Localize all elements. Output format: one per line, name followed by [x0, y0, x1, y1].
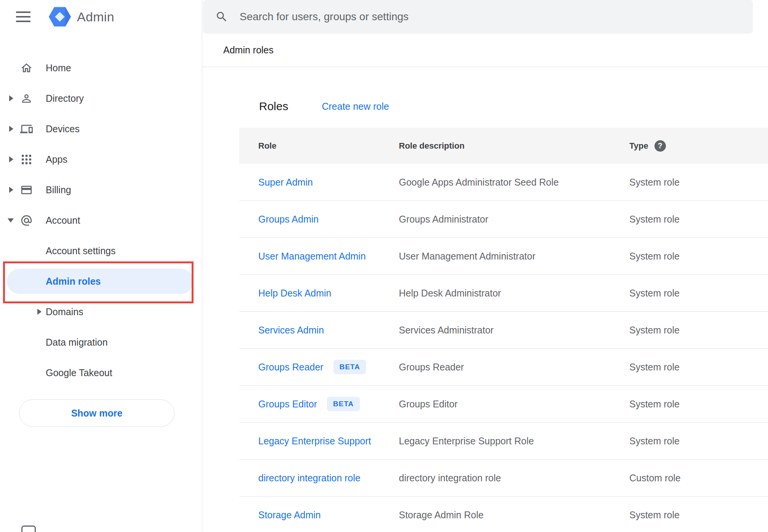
- sidebar-item-label: Home: [46, 62, 71, 74]
- table-row: Groups Reader BETA Groups Reader System …: [239, 349, 768, 386]
- sidebar-item-label: Billing: [46, 184, 71, 195]
- breadcrumb-row: Admin roles: [202, 34, 768, 67]
- role-type: System role: [629, 325, 768, 336]
- home-icon: [20, 61, 33, 74]
- role-link[interactable]: User Management Admin: [258, 251, 366, 262]
- sidebar: Admin Home Directory Devices: [0, 0, 202, 532]
- role-cell: Groups Reader BETA: [239, 360, 399, 374]
- chevron-down-icon[interactable]: [8, 218, 14, 223]
- chevron-right-icon[interactable]: [37, 309, 42, 315]
- sidebar-item-label: Account settings: [46, 245, 115, 256]
- table-row: User Management Admin User Management Ad…: [239, 238, 768, 275]
- cut-off-bottom-icon: [21, 526, 36, 532]
- sidebar-item-apps[interactable]: Apps: [0, 144, 202, 175]
- sidebar-item-label: Account: [46, 215, 80, 226]
- app-name: Admin: [77, 10, 114, 24]
- chevron-right-icon[interactable]: [9, 187, 13, 193]
- table-row: Groups Editor BETA Groups Editor System …: [239, 386, 768, 423]
- role-description: Legacy Enterprise Support Role: [399, 436, 629, 447]
- google-admin-console: { "brand": { "name": "Admin" }, "search"…: [0, 0, 768, 532]
- role-description: Groups Editor: [399, 399, 629, 410]
- sidebar-item-directory[interactable]: Directory: [0, 83, 202, 114]
- brand-row: Admin: [0, 0, 202, 34]
- role-type: System role: [629, 288, 768, 299]
- table-row: directory integration role directory int…: [239, 460, 768, 497]
- table-row: Groups Admin Groups Administrator System…: [239, 201, 768, 238]
- table-header-row: Role Role description Type ?: [239, 128, 768, 164]
- sidebar-item-label: Apps: [46, 154, 67, 165]
- role-link[interactable]: directory integration role: [258, 473, 360, 484]
- roles-card-header: Roles Create new role: [239, 85, 768, 128]
- role-link[interactable]: Help Desk Admin: [258, 288, 331, 299]
- role-description: Help Desk Administrator: [399, 288, 629, 299]
- role-cell: Super Admin: [239, 177, 399, 188]
- column-header-role: Role: [239, 141, 399, 151]
- table-row: Services Admin Services Administrator Sy…: [239, 312, 768, 349]
- role-link[interactable]: Storage Admin: [258, 510, 321, 521]
- create-new-role-link[interactable]: Create new role: [322, 101, 389, 112]
- sidebar-item-data-migration[interactable]: Data migration: [0, 327, 202, 357]
- role-cell: User Management Admin: [239, 251, 399, 262]
- role-description: Groups Reader: [399, 362, 629, 373]
- role-link[interactable]: Super Admin: [258, 177, 313, 188]
- search-input[interactable]: [239, 10, 741, 23]
- sidebar-item-account-settings[interactable]: Account settings: [0, 236, 202, 266]
- devices-icon: [20, 122, 33, 135]
- sidebar-item-devices[interactable]: Devices: [0, 114, 202, 144]
- role-description: Google Apps Administrator Seed Role: [399, 177, 629, 188]
- hamburger-menu-icon[interactable]: [16, 11, 30, 22]
- role-description: directory integration role: [399, 473, 629, 484]
- table-row: Help Desk Admin Help Desk Administrator …: [239, 275, 768, 312]
- sidebar-item-google-takeout[interactable]: Google Takeout: [0, 357, 202, 388]
- role-link[interactable]: Services Admin: [258, 325, 324, 336]
- role-cell: Legacy Enterprise Support: [239, 436, 399, 447]
- beta-badge: BETA: [333, 360, 366, 374]
- role-link[interactable]: Legacy Enterprise Support: [258, 436, 371, 447]
- google-admin-logo-icon: [49, 7, 71, 27]
- breadcrumb: Admin roles: [223, 45, 274, 56]
- role-link[interactable]: Groups Admin: [258, 214, 318, 225]
- sidebar-item-billing[interactable]: Billing: [0, 175, 202, 205]
- role-cell: Groups Editor BETA: [239, 397, 399, 411]
- role-link[interactable]: Groups Editor: [258, 399, 317, 410]
- card-title: Roles: [259, 100, 288, 113]
- roles-table-body: Super Admin Google Apps Administrator Se…: [239, 164, 768, 532]
- table-row: Storage Admin Storage Admin Role System …: [239, 497, 768, 532]
- sidebar-item-account[interactable]: Account: [0, 205, 202, 236]
- table-row: Super Admin Google Apps Administrator Se…: [239, 164, 768, 201]
- chevron-right-icon[interactable]: [9, 95, 13, 101]
- chevron-right-icon[interactable]: [9, 126, 13, 132]
- column-header-description: Role description: [399, 141, 629, 151]
- role-type: System role: [629, 214, 768, 225]
- role-description: Services Administrator: [399, 325, 629, 336]
- role-type: System role: [629, 436, 768, 447]
- sidebar-item-label: Devices: [46, 123, 80, 135]
- show-more-button[interactable]: Show more: [19, 399, 174, 427]
- sidebar-item-admin-roles[interactable]: Admin roles: [0, 266, 202, 296]
- column-header-type-label: Type: [629, 141, 648, 151]
- roles-card: Roles Create new role Role Role descript…: [239, 85, 768, 532]
- role-cell: Services Admin: [239, 325, 399, 336]
- role-description: Storage Admin Role: [399, 510, 629, 521]
- role-cell: Storage Admin: [239, 510, 399, 521]
- sidebar-item-home[interactable]: Home: [0, 53, 202, 83]
- table-row: Legacy Enterprise Support Legacy Enterpr…: [239, 423, 768, 460]
- search-bar[interactable]: [203, 0, 753, 34]
- beta-badge: BETA: [327, 397, 360, 411]
- chevron-right-icon[interactable]: [9, 156, 13, 162]
- role-type: System role: [629, 177, 768, 188]
- sidebar-item-label: Data migration: [46, 337, 108, 348]
- role-type: System role: [629, 362, 768, 373]
- credit-card-icon: [20, 183, 33, 196]
- sidebar-item-label: Admin roles: [46, 276, 101, 287]
- sidebar-item-label: Directory: [46, 93, 84, 104]
- role-type: System role: [629, 399, 768, 410]
- sidebar-item-label: Domains: [46, 306, 83, 317]
- role-description: Groups Administrator: [399, 214, 629, 225]
- sidebar-item-domains[interactable]: Domains: [0, 296, 202, 327]
- help-icon[interactable]: ?: [654, 140, 666, 152]
- main-content: Admin roles Roles Create new role Role R…: [202, 0, 768, 532]
- sidebar-nav: Home Directory Devices: [0, 53, 202, 388]
- role-link[interactable]: Groups Reader: [258, 362, 323, 373]
- role-cell: directory integration role: [239, 473, 399, 484]
